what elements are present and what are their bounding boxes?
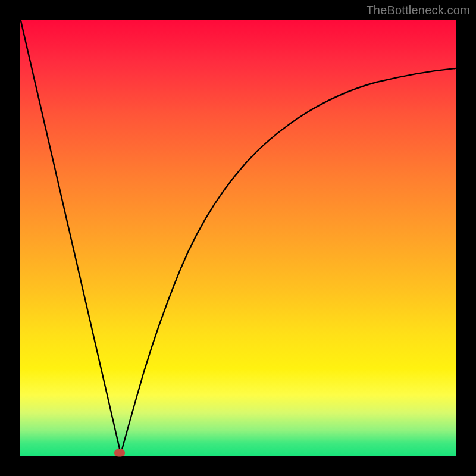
plot-area [20, 20, 456, 456]
curve-left-branch [21, 21, 121, 454]
chart-frame: TheBottleneck.com [0, 0, 476, 476]
watermark-text: TheBottleneck.com [366, 4, 470, 17]
bottleneck-curve [20, 20, 456, 456]
curve-right-branch [121, 68, 455, 454]
optimal-point-marker [114, 449, 125, 457]
